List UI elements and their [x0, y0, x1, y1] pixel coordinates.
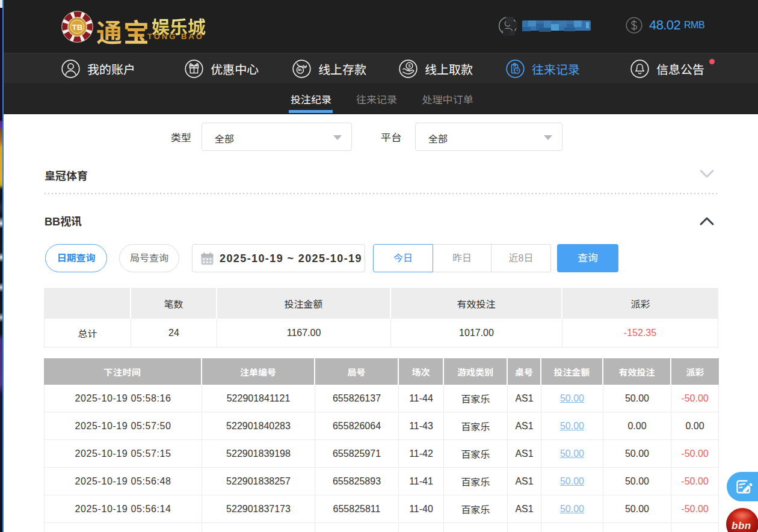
svg-text:$: $ — [408, 63, 411, 69]
svg-text:TB: TB — [72, 23, 83, 32]
